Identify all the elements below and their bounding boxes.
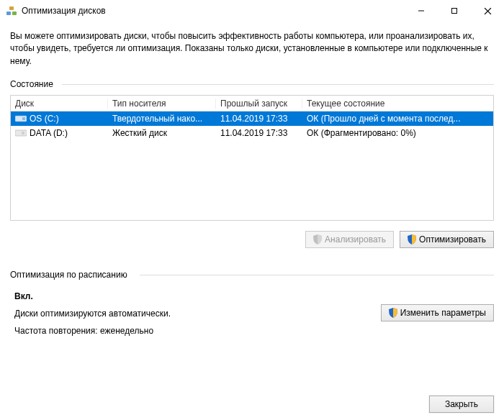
shield-icon <box>389 308 397 318</box>
svg-point-10 <box>22 132 24 134</box>
table-row[interactable]: OS (C:) Твердотельный нако... 11.04.2019… <box>11 111 493 126</box>
analyze-label: Анализировать <box>325 234 386 245</box>
schedule-group-text: Оптимизация по расписанию <box>10 270 127 280</box>
schedule-group-label: Оптимизация по расписанию <box>10 270 494 280</box>
cell-disk-name: OS (C:) <box>30 114 59 124</box>
action-buttons: Анализировать Оптимизировать <box>10 231 494 248</box>
svg-rect-0 <box>6 12 11 15</box>
cell-disk-name: DATA (D:) <box>30 128 68 138</box>
cell-media: Жесткий диск <box>108 128 216 138</box>
shield-icon <box>408 234 416 245</box>
ssd-icon <box>15 114 27 123</box>
svg-rect-9 <box>15 130 27 136</box>
svg-rect-2 <box>9 6 14 10</box>
maximize-button[interactable] <box>438 0 471 22</box>
minimize-button[interactable] <box>405 0 438 22</box>
cell-state: ОК (Фрагментировано: 0%) <box>302 128 493 138</box>
titlebar: Оптимизация дисков <box>0 0 504 22</box>
cell-last: 11.04.2019 17:33 <box>216 114 302 124</box>
close-button[interactable]: Закрыть <box>429 396 494 413</box>
cell-disk: DATA (D:) <box>11 128 108 138</box>
optimize-button[interactable]: Оптимизировать <box>400 231 494 248</box>
status-group-text: Состояние <box>10 79 53 89</box>
close-window-button[interactable] <box>471 0 504 22</box>
window-title: Оптимизация дисков <box>22 6 405 16</box>
col-media[interactable]: Тип носителя <box>108 99 216 109</box>
schedule-status: Вкл. <box>14 291 494 301</box>
content-area: Вы можете оптимизировать диски, чтобы по… <box>0 22 504 321</box>
change-settings-label: Изменить параметры <box>400 308 486 318</box>
svg-rect-4 <box>452 9 457 14</box>
status-group-label: Состояние <box>10 79 494 89</box>
svg-rect-1 <box>12 12 17 15</box>
table-row[interactable]: DATA (D:) Жесткий диск 11.04.2019 17:33 … <box>11 126 493 140</box>
app-icon <box>6 5 17 17</box>
shield-icon <box>313 234 322 245</box>
schedule-section: Оптимизация по расписанию Вкл. Диски опт… <box>10 270 494 321</box>
intro-text: Вы можете оптимизировать диски, чтобы по… <box>10 30 494 68</box>
footer: Закрыть <box>429 396 494 413</box>
optimize-label: Оптимизировать <box>419 234 486 245</box>
cell-last: 11.04.2019 17:33 <box>216 128 302 138</box>
cell-state: ОК (Прошло дней с момента послед... <box>302 114 493 124</box>
table-header: Диск Тип носителя Прошлый запуск Текущее… <box>11 96 493 111</box>
col-disk[interactable]: Диск <box>11 99 108 109</box>
cell-disk: OS (C:) <box>11 114 108 124</box>
analyze-button[interactable]: Анализировать <box>305 231 394 248</box>
cell-media: Твердотельный нако... <box>108 114 216 124</box>
svg-rect-8 <box>22 117 25 120</box>
change-settings-button[interactable]: Изменить параметры <box>381 304 494 321</box>
drives-table[interactable]: Диск Тип носителя Прошлый запуск Текущее… <box>10 95 494 221</box>
hdd-icon <box>15 129 27 137</box>
col-last-run[interactable]: Прошлый запуск <box>216 99 302 109</box>
close-label: Закрыть <box>445 399 478 409</box>
col-state[interactable]: Текущее состояние <box>302 99 493 109</box>
schedule-frequency: Частота повторения: еженедельно <box>14 326 494 336</box>
window-buttons <box>405 0 504 22</box>
